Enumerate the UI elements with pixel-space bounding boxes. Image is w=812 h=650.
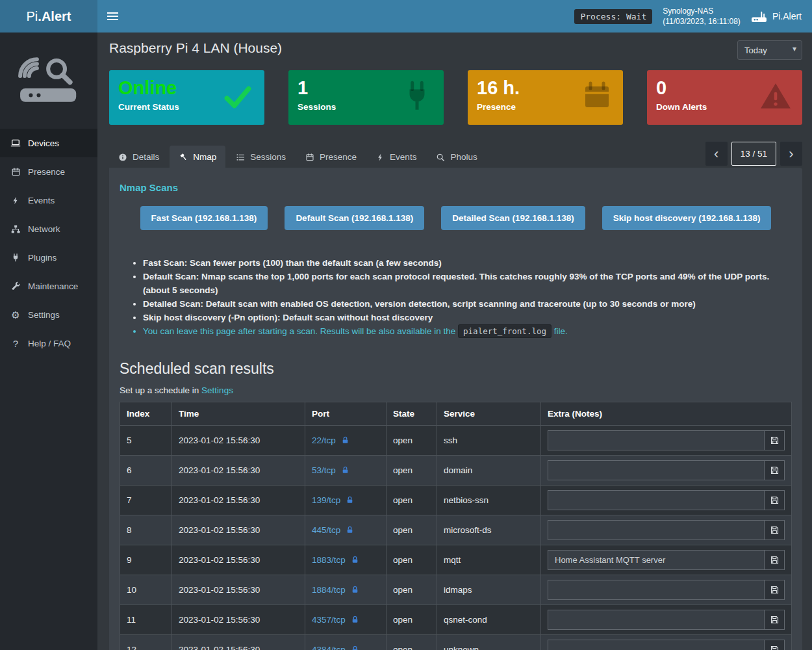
port-link[interactable]: 1883/tcp: [312, 555, 359, 565]
cell-state: open: [387, 635, 437, 650]
period-select[interactable]: Today: [737, 40, 802, 60]
cell-time: 2023-01-02 15:56:30: [172, 635, 305, 650]
tab-details[interactable]: Details: [109, 146, 168, 168]
note-input[interactable]: [548, 610, 765, 630]
save-note-button[interactable]: [765, 430, 785, 450]
port-link[interactable]: 1884/tcp: [312, 585, 359, 595]
scan-description-item: Detailed Scan: Default scan with enabled…: [143, 297, 792, 311]
cell-notes: [541, 605, 792, 635]
floppy-icon: [770, 555, 780, 565]
settings-link[interactable]: Settings: [201, 385, 233, 395]
save-note-button[interactable]: [765, 490, 785, 510]
user-menu[interactable]: Pi.Alert: [751, 10, 802, 23]
calendar-icon: [305, 153, 314, 162]
scan-button[interactable]: Fast Scan (192.168.1.138): [140, 206, 268, 230]
note-input[interactable]: [548, 580, 765, 600]
next-device-button[interactable]: ›: [780, 142, 802, 166]
note-input[interactable]: [548, 550, 765, 570]
note-input[interactable]: [548, 640, 765, 650]
port-text: 53/tcp: [312, 465, 336, 475]
calendar-icon: [581, 80, 613, 113]
sidebar-item-events[interactable]: Events: [0, 186, 97, 214]
cell-service: microsoft-ds: [437, 515, 541, 545]
scheduled-results-heading: Scheduled scan results: [120, 360, 792, 378]
sidebar-item-presence[interactable]: Presence: [0, 157, 97, 186]
top-bar: Pi.Alert Process: Wait Synology-NAS (11/…: [0, 0, 812, 32]
search-icon: [436, 153, 445, 162]
tab-events[interactable]: Events: [367, 146, 425, 168]
save-note-button[interactable]: [765, 580, 785, 600]
col-index: Index: [120, 402, 172, 426]
note-input[interactable]: [548, 490, 765, 510]
host-name: Synology-NAS: [663, 6, 741, 16]
sidebar-item-plugins[interactable]: Plugins: [0, 243, 97, 272]
tab-label: Presence: [320, 152, 357, 162]
save-note-button[interactable]: [765, 610, 785, 630]
tab-sessions[interactable]: Sessions: [227, 146, 295, 168]
port-text: 139/tcp: [312, 495, 340, 505]
table-row: 11 2023-01-02 15:56:30 4357/tcp open qs: [120, 605, 792, 635]
port-link[interactable]: 4357/tcp: [312, 615, 359, 625]
cell-service: mqtt: [437, 545, 541, 575]
sidebar-item-label: Settings: [28, 310, 60, 320]
lock-icon: [346, 526, 354, 534]
lock-icon: [351, 586, 359, 594]
floppy-icon: [770, 585, 780, 595]
cell-notes: [541, 486, 792, 515]
scan-note-text-after: file.: [554, 326, 568, 336]
port-link[interactable]: 139/tcp: [312, 495, 354, 505]
device-pager: ‹ 13 / 51 ›: [705, 142, 802, 166]
col-service: Service: [437, 402, 541, 426]
tab-pholus[interactable]: Pholus: [427, 146, 486, 168]
note-input[interactable]: [548, 520, 765, 540]
cell-state: open: [387, 486, 437, 515]
note-input[interactable]: [548, 430, 765, 450]
scan-button[interactable]: Skip host discovery (192.168.1.138): [602, 206, 772, 230]
tab-nmap[interactable]: Nmap: [170, 146, 225, 168]
cell-time: 2023-01-02 15:56:30: [172, 426, 305, 456]
cell-time: 2023-01-02 15:56:30: [172, 605, 305, 635]
sidebar-toggle-button[interactable]: [97, 0, 127, 32]
gear-icon: ⚙: [10, 310, 21, 320]
port-link[interactable]: 445/tcp: [312, 525, 354, 535]
tab-presence[interactable]: Presence: [296, 146, 366, 168]
cell-port: 53/tcp: [305, 456, 387, 486]
sidebar-item-devices[interactable]: Devices: [0, 129, 97, 157]
port-link[interactable]: 4384/tcp: [312, 645, 359, 650]
save-note-button[interactable]: [765, 550, 785, 570]
save-note-button[interactable]: [765, 640, 785, 650]
tab-label: Details: [133, 152, 159, 162]
port-link[interactable]: 53/tcp: [312, 465, 349, 475]
port-link[interactable]: 22/tcp: [312, 436, 349, 445]
check-icon: [222, 80, 254, 114]
nmap-scans-heading: Nmap Scans: [120, 182, 792, 193]
sidebar-item-maintenance[interactable]: Maintenance: [0, 272, 97, 300]
sidebar-item-network[interactable]: Network: [0, 214, 97, 243]
cell-state: open: [387, 456, 437, 486]
lock-icon: [351, 556, 359, 564]
cell-notes: [541, 545, 792, 575]
tab-label: Pholus: [450, 152, 477, 162]
cell-service: unknown: [437, 635, 541, 650]
app-logo[interactable]: Pi.Alert: [0, 0, 97, 32]
save-note-button[interactable]: [765, 520, 785, 540]
table-row: 5 2023-01-02 15:56:30 22/tcp open ssh: [120, 426, 792, 456]
calendar-icon: [10, 167, 21, 177]
sidebar-item-settings[interactable]: ⚙ Settings: [0, 300, 97, 329]
cell-index: 5: [120, 426, 172, 456]
save-note-button[interactable]: [765, 460, 785, 480]
cell-notes: [541, 426, 792, 456]
plug-icon: [10, 253, 21, 263]
sidebar: Devices Presence Events Network Plugins: [0, 32, 97, 650]
scan-button[interactable]: Default Scan (192.168.1.138): [285, 206, 424, 230]
process-status-badge: Process: Wait: [574, 9, 652, 24]
cell-port: 1883/tcp: [305, 545, 387, 575]
note-input[interactable]: [548, 460, 765, 480]
cell-port: 4384/tcp: [305, 635, 387, 650]
cell-port: 22/tcp: [305, 426, 387, 456]
prev-device-button[interactable]: ‹: [705, 142, 728, 166]
cell-index: 7: [120, 486, 172, 515]
scan-button[interactable]: Detailed Scan (192.168.1.138): [441, 206, 585, 230]
nmap-panel: Nmap Scans Fast Scan (192.168.1.138)Defa…: [109, 168, 802, 650]
sidebar-item-help[interactable]: ? Help / FAQ: [0, 329, 97, 358]
